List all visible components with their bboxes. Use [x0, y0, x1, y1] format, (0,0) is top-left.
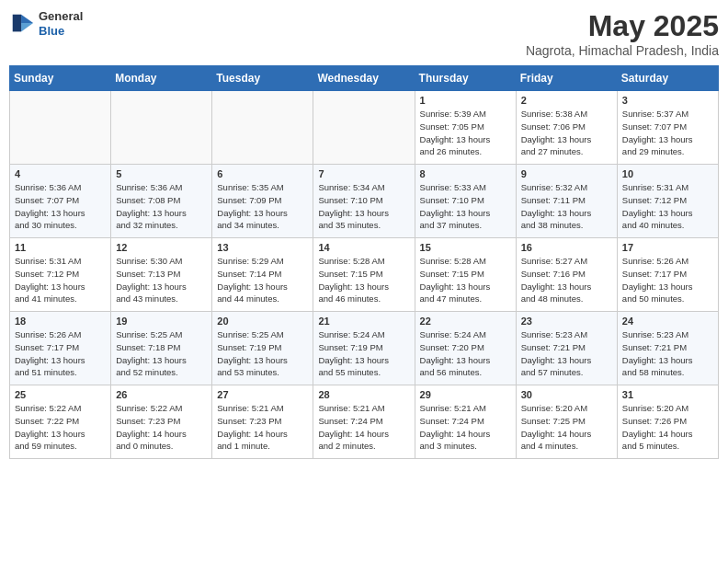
- calendar-cell: 21Sunrise: 5:24 AM Sunset: 7:19 PM Dayli…: [313, 312, 415, 385]
- day-info: Sunrise: 5:39 AM Sunset: 7:05 PM Dayligh…: [420, 108, 511, 158]
- logo-blue: Blue: [39, 24, 83, 39]
- day-number: 7: [318, 168, 409, 179]
- calendar-cell: [212, 91, 313, 165]
- day-info: Sunrise: 5:22 AM Sunset: 7:22 PM Dayligh…: [15, 402, 106, 453]
- weekday-header: Monday: [111, 66, 212, 91]
- day-info: Sunrise: 5:37 AM Sunset: 7:07 PM Dayligh…: [622, 108, 713, 158]
- logo-text: General Blue: [39, 9, 83, 38]
- day-number: 10: [622, 168, 713, 179]
- calendar-week-row: 1Sunrise: 5:39 AM Sunset: 7:05 PM Daylig…: [10, 91, 719, 165]
- day-info: Sunrise: 5:31 AM Sunset: 7:12 PM Dayligh…: [15, 255, 106, 305]
- calendar-cell: 10Sunrise: 5:31 AM Sunset: 7:12 PM Dayli…: [617, 165, 718, 238]
- day-number: 27: [217, 389, 308, 400]
- day-info: Sunrise: 5:32 AM Sunset: 7:11 PM Dayligh…: [521, 181, 612, 232]
- weekday-header: Tuesday: [212, 66, 313, 91]
- svg-marker-2: [13, 14, 21, 31]
- day-number: 1: [420, 95, 511, 106]
- calendar-cell: 31Sunrise: 5:20 AM Sunset: 7:26 PM Dayli…: [617, 385, 718, 459]
- day-info: Sunrise: 5:21 AM Sunset: 7:23 PM Dayligh…: [217, 402, 308, 453]
- calendar-cell: 26Sunrise: 5:22 AM Sunset: 7:23 PM Dayli…: [111, 385, 212, 459]
- day-number: 22: [420, 316, 511, 327]
- day-number: 26: [116, 389, 207, 400]
- day-info: Sunrise: 5:36 AM Sunset: 7:07 PM Dayligh…: [15, 181, 106, 232]
- day-info: Sunrise: 5:33 AM Sunset: 7:10 PM Dayligh…: [420, 181, 511, 232]
- calendar-cell: [10, 91, 111, 165]
- calendar-cell: 1Sunrise: 5:39 AM Sunset: 7:05 PM Daylig…: [415, 91, 516, 165]
- calendar-week-row: 18Sunrise: 5:26 AM Sunset: 7:17 PM Dayli…: [10, 312, 719, 385]
- calendar-cell: 19Sunrise: 5:25 AM Sunset: 7:18 PM Dayli…: [111, 312, 212, 385]
- day-number: 3: [622, 95, 713, 106]
- day-info: Sunrise: 5:23 AM Sunset: 7:21 PM Dayligh…: [622, 328, 713, 379]
- calendar-cell: 2Sunrise: 5:38 AM Sunset: 7:06 PM Daylig…: [516, 91, 617, 165]
- page-header: General Blue May 2025 Nagrota, Himachal …: [9, 9, 719, 58]
- calendar-cell: 9Sunrise: 5:32 AM Sunset: 7:11 PM Daylig…: [516, 165, 617, 238]
- logo: General Blue: [9, 9, 83, 38]
- calendar-cell: [313, 91, 415, 165]
- day-number: 13: [217, 242, 308, 253]
- day-number: 23: [521, 316, 612, 327]
- day-info: Sunrise: 5:26 AM Sunset: 7:17 PM Dayligh…: [15, 328, 106, 379]
- calendar-cell: 11Sunrise: 5:31 AM Sunset: 7:12 PM Dayli…: [10, 238, 111, 312]
- calendar-week-row: 4Sunrise: 5:36 AM Sunset: 7:07 PM Daylig…: [10, 165, 719, 238]
- day-number: 31: [622, 389, 713, 400]
- day-number: 29: [420, 389, 511, 400]
- day-number: 6: [217, 168, 308, 179]
- day-number: 11: [15, 242, 106, 253]
- day-number: 4: [15, 168, 106, 179]
- day-info: Sunrise: 5:34 AM Sunset: 7:10 PM Dayligh…: [318, 181, 409, 232]
- calendar-cell: 27Sunrise: 5:21 AM Sunset: 7:23 PM Dayli…: [212, 385, 313, 459]
- calendar-cell: 24Sunrise: 5:23 AM Sunset: 7:21 PM Dayli…: [617, 312, 718, 385]
- day-number: 19: [116, 316, 207, 327]
- calendar-cell: 4Sunrise: 5:36 AM Sunset: 7:07 PM Daylig…: [10, 165, 111, 238]
- calendar-cell: 18Sunrise: 5:26 AM Sunset: 7:17 PM Dayli…: [10, 312, 111, 385]
- day-info: Sunrise: 5:28 AM Sunset: 7:15 PM Dayligh…: [318, 255, 409, 305]
- svg-marker-1: [21, 23, 33, 31]
- calendar-cell: 20Sunrise: 5:25 AM Sunset: 7:19 PM Dayli…: [212, 312, 313, 385]
- day-number: 18: [15, 316, 106, 327]
- svg-marker-0: [21, 14, 33, 22]
- day-info: Sunrise: 5:20 AM Sunset: 7:26 PM Dayligh…: [622, 402, 713, 453]
- day-number: 21: [318, 316, 409, 327]
- calendar-cell: 6Sunrise: 5:35 AM Sunset: 7:09 PM Daylig…: [212, 165, 313, 238]
- day-info: Sunrise: 5:38 AM Sunset: 7:06 PM Dayligh…: [521, 108, 612, 158]
- calendar-cell: 23Sunrise: 5:23 AM Sunset: 7:21 PM Dayli…: [516, 312, 617, 385]
- calendar-cell: 3Sunrise: 5:37 AM Sunset: 7:07 PM Daylig…: [617, 91, 718, 165]
- logo-icon: [9, 11, 35, 37]
- day-info: Sunrise: 5:28 AM Sunset: 7:15 PM Dayligh…: [420, 255, 511, 305]
- title-block: May 2025 Nagrota, Himachal Pradesh, Indi…: [526, 9, 719, 58]
- day-info: Sunrise: 5:25 AM Sunset: 7:18 PM Dayligh…: [116, 328, 207, 379]
- weekday-header: Wednesday: [313, 66, 415, 91]
- day-info: Sunrise: 5:24 AM Sunset: 7:19 PM Dayligh…: [318, 328, 409, 379]
- day-info: Sunrise: 5:20 AM Sunset: 7:25 PM Dayligh…: [521, 402, 612, 453]
- day-number: 20: [217, 316, 308, 327]
- calendar-cell: 28Sunrise: 5:21 AM Sunset: 7:24 PM Dayli…: [313, 385, 415, 459]
- day-number: 15: [420, 242, 511, 253]
- location: Nagrota, Himachal Pradesh, India: [526, 43, 719, 58]
- calendar-week-row: 11Sunrise: 5:31 AM Sunset: 7:12 PM Dayli…: [10, 238, 719, 312]
- calendar-cell: 30Sunrise: 5:20 AM Sunset: 7:25 PM Dayli…: [516, 385, 617, 459]
- day-info: Sunrise: 5:23 AM Sunset: 7:21 PM Dayligh…: [521, 328, 612, 379]
- calendar-cell: 8Sunrise: 5:33 AM Sunset: 7:10 PM Daylig…: [415, 165, 516, 238]
- calendar: SundayMondayTuesdayWednesdayThursdayFrid…: [9, 65, 719, 459]
- day-number: 24: [622, 316, 713, 327]
- day-info: Sunrise: 5:30 AM Sunset: 7:13 PM Dayligh…: [116, 255, 207, 305]
- calendar-cell: 22Sunrise: 5:24 AM Sunset: 7:20 PM Dayli…: [415, 312, 516, 385]
- calendar-cell: 17Sunrise: 5:26 AM Sunset: 7:17 PM Dayli…: [617, 238, 718, 312]
- day-number: 30: [521, 389, 612, 400]
- day-info: Sunrise: 5:35 AM Sunset: 7:09 PM Dayligh…: [217, 181, 308, 232]
- calendar-cell: [111, 91, 212, 165]
- day-number: 2: [521, 95, 612, 106]
- calendar-cell: 13Sunrise: 5:29 AM Sunset: 7:14 PM Dayli…: [212, 238, 313, 312]
- calendar-cell: 12Sunrise: 5:30 AM Sunset: 7:13 PM Dayli…: [111, 238, 212, 312]
- calendar-week-row: 25Sunrise: 5:22 AM Sunset: 7:22 PM Dayli…: [10, 385, 719, 459]
- day-number: 5: [116, 168, 207, 179]
- weekday-header: Friday: [516, 66, 617, 91]
- weekday-header: Sunday: [10, 66, 111, 91]
- calendar-cell: 29Sunrise: 5:21 AM Sunset: 7:24 PM Dayli…: [415, 385, 516, 459]
- day-info: Sunrise: 5:21 AM Sunset: 7:24 PM Dayligh…: [318, 402, 409, 453]
- calendar-cell: 15Sunrise: 5:28 AM Sunset: 7:15 PM Dayli…: [415, 238, 516, 312]
- weekday-header: Thursday: [415, 66, 516, 91]
- calendar-cell: 7Sunrise: 5:34 AM Sunset: 7:10 PM Daylig…: [313, 165, 415, 238]
- day-info: Sunrise: 5:36 AM Sunset: 7:08 PM Dayligh…: [116, 181, 207, 232]
- calendar-cell: 25Sunrise: 5:22 AM Sunset: 7:22 PM Dayli…: [10, 385, 111, 459]
